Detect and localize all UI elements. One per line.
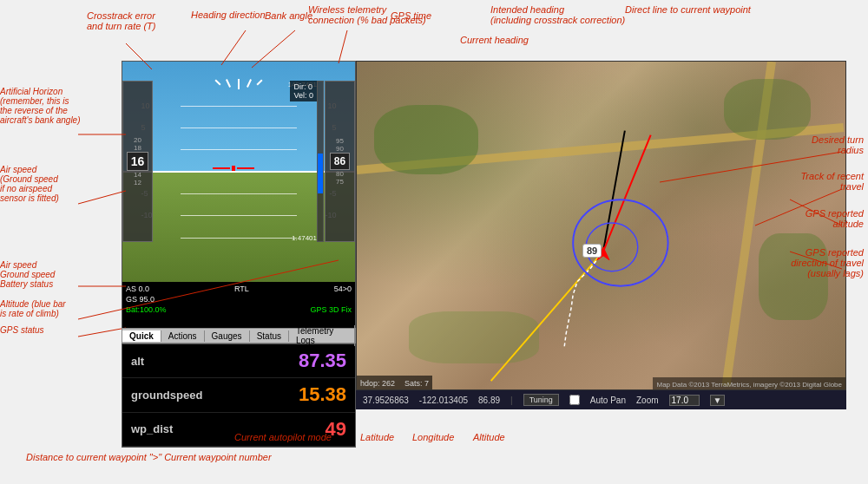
alt-upper2: 95 [336,137,344,145]
speed-upper: 20 [134,136,141,144]
wing-left [213,167,230,169]
altitude-tape: 95 90 86 80 75 [325,81,355,242]
info-row-2: GS 95.0 [126,294,352,304]
pitch-line-5 [181,215,297,216]
telem-label-alt: alt [131,355,144,368]
rtl-info: RTL [234,285,249,293]
battery-info: Bat:100.0% [126,305,167,314]
direct-line-label: Direct line to current waypoint [625,4,751,15]
speed-upper2: 18 [134,144,141,152]
vegetation-4 [409,311,539,363]
zoom-label: Zoom [636,396,659,405]
crosstrack-label: Crosstrack errorand turn rate (T) [87,10,155,31]
alt-upper: 90 [336,145,344,153]
pitch-line-4 [181,193,297,194]
tab-quick[interactable]: Quick [122,330,161,342]
copyright-text: Map Data ©2013 TerraMetrics, imagery ©20… [656,381,842,389]
tab-actions[interactable]: Actions [161,330,205,342]
tuning-button[interactable]: Tuning [523,394,559,406]
speed-display: 16 [127,152,149,171]
gps-time-label: GPS time [391,10,431,21]
main-container: 330 340 350 W 10 N 10 10 5 [0,0,868,484]
svg-line-5 [78,191,126,204]
roll-indicator [217,79,260,89]
telem-label-groundspeed: groundspeed [131,389,202,402]
intended-heading-label: Intended heading(including crosstrack co… [490,4,625,25]
climb-rate-fill [318,154,323,193]
latitude-display: 37.9526863 [363,396,409,405]
alt-n2: 1.47401 [292,234,317,242]
dir-vel-overlay: Dir: 0 Vel: 0 [290,81,317,101]
rtl-val: 54>0 [334,285,352,293]
speed-lower: 14 [134,171,141,179]
groundspeed-info: GS 95.0 [126,295,155,304]
svg-line-8 [78,328,126,337]
auto-pan-checkbox[interactable] [569,395,580,405]
telem-row-alt: alt 87.35 [122,344,355,378]
airspeed-ground-label: Air speedGround speedBattery status [0,260,55,289]
heading-direction-label: Heading direction [191,10,266,20]
bank-angle-label: Bank angle [265,10,312,21]
alt-lower2: 75 [336,178,344,186]
wireless-telemetry-label: Wireless telemetryconnection (% bad pack… [308,4,426,25]
telem-row-groundspeed: groundspeed 15.38 [122,378,355,412]
speed-lower2: 12 [134,179,141,186]
altitude-bar-label: Altitude (blue baris rate of climb) [0,299,66,318]
wing-center [232,166,235,171]
sats-value: Sats: 7 [404,379,429,388]
zoom-input[interactable] [669,395,700,406]
zoom-minus-button[interactable]: ▼ [710,395,726,406]
vel-display: Vel: 0 [293,91,313,100]
climb-rate-bar [317,81,324,242]
wing-level [213,167,265,169]
instrument-panel: 330 340 350 W 10 N 10 10 5 [122,61,356,356]
current-heading-label: Current heading [460,35,529,45]
airspeed-info: AS 0.0 [126,285,149,293]
telem-value-groundspeed: 15.38 [299,383,346,406]
map-area[interactable]: 89 hdop: 262 Sats: 7 Map Data ©2013 Terr… [356,61,846,390]
pitch-line-3 [181,149,297,150]
alt-display: 86 [330,153,350,170]
hdop-value: hdop: 262 [360,379,395,388]
pitch-line-6 [181,238,297,239]
gps-fix-info: GPS 3D Fix [310,305,352,314]
svg-line-1 [221,30,246,65]
tab-telemetry-logs[interactable]: Telemetry Logs [289,325,355,346]
vegetation-1 [374,105,478,174]
autopilot-mode-label: Current autopilot mode [234,432,332,442]
pitch-line-1 [181,106,297,107]
vegetation-3 [759,233,828,320]
telem-value-alt: 87.35 [299,350,346,372]
longitude-bottom-label: Longitude [412,432,454,442]
wing-right [237,167,254,169]
latitude-bottom-label: Latitude [360,432,394,442]
artificial-horizon-label: Artificial Horizon(remember, this isthe … [0,87,81,125]
altitude-bottom-label: Altitude [473,432,505,442]
dir-display: Dir: 0 [293,82,313,91]
map-hdop-info: hdop: 262 Sats: 7 [357,376,432,389]
tab-gauges[interactable]: Gauges [205,330,250,342]
pitch-line-2 [181,128,297,128]
roll-mark-4 [247,79,252,88]
vegetation-2 [724,79,811,140]
alt-numbers: 149.7401 1.47401 [288,81,317,242]
longitude-display: -122.013405 [419,396,468,405]
tab-status[interactable]: Status [250,330,289,342]
map-copyright: Map Data ©2013 TerraMetrics, imagery ©20… [653,377,845,389]
map-bottom-bar: 37.9526863 -122.013405 86.89 | Tuning Au… [356,390,846,409]
altitude-map-display: 86.89 [478,396,500,405]
auto-pan-label: Auto Pan [590,396,626,405]
distance-waypoint-label: Distance to current waypoint ">" Current… [26,452,272,462]
alt-lower: 80 [336,170,344,178]
svg-line-3 [339,30,347,63]
info-row-3: Bat:100.0% GPS 3D Fix [126,304,352,315]
tabs-bar: Quick Actions Gauges Status Telemetry Lo… [122,328,356,343]
gps-status-label: GPS status [0,325,44,335]
telem-label-wpdist: wp_dist [131,422,173,435]
roll-mark-2 [226,79,231,88]
airspeed-label: Air speed(Ground speedif no airspeedsens… [0,165,59,203]
roll-mark-3 [238,79,240,89]
info-row-1: AS 0.0 RTL 54>0 [126,284,352,294]
waypoint-badge: 89 [582,244,602,258]
speed-tape: 20 18 16 14 12 [122,81,153,242]
